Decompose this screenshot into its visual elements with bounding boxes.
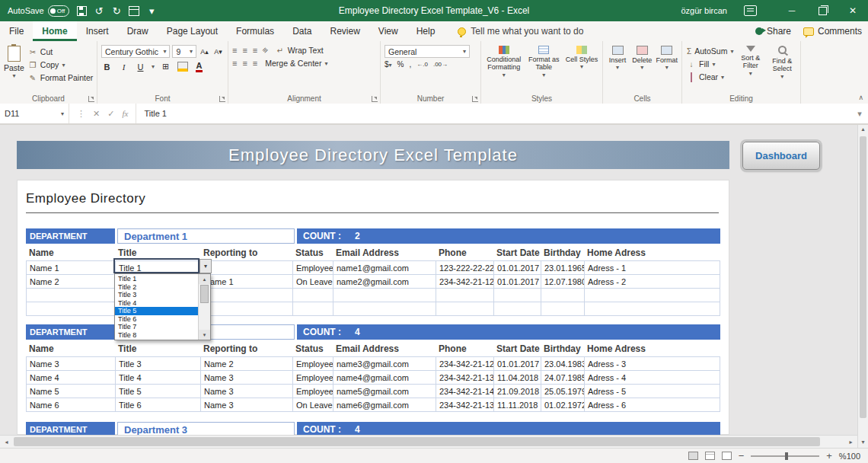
- horizontal-scroll-track[interactable]: [13, 436, 844, 448]
- cell-styles-button[interactable]: Cell Styles▾: [563, 43, 600, 93]
- column-header[interactable]: Email Address: [333, 247, 436, 258]
- cell-birthday[interactable]: 23.04.1983: [541, 357, 585, 371]
- cancel-icon[interactable]: ✕: [93, 109, 100, 119]
- department-count-cell[interactable]: COUNT : 4: [297, 422, 720, 435]
- selected-cell-outline[interactable]: [113, 258, 199, 273]
- cell-phone[interactable]: 234-342-21-13: [436, 371, 494, 385]
- clear-button[interactable]: Clear▾: [685, 72, 735, 82]
- scroll-down-icon[interactable]: ▾: [858, 436, 868, 448]
- cell-home-adress[interactable]: [585, 302, 720, 316]
- dropdown-option[interactable]: Title 4: [115, 299, 198, 308]
- restore-button[interactable]: [807, 0, 838, 21]
- format-painter-button[interactable]: ✎Format Painter: [26, 72, 95, 83]
- dropdown-option[interactable]: Title 2: [115, 283, 198, 292]
- dropdown-option[interactable]: Title 6: [115, 315, 198, 324]
- enter-icon[interactable]: ✓: [107, 109, 114, 119]
- copy-button[interactable]: ❐Copy▾: [26, 59, 95, 70]
- column-header[interactable]: Phone: [436, 247, 493, 258]
- cell-name[interactable]: Name 3: [27, 357, 116, 371]
- cell-title[interactable]: Title 3: [116, 357, 201, 371]
- cell-status[interactable]: [293, 302, 333, 316]
- dropdown-option[interactable]: Title 8: [115, 331, 198, 340]
- align-center-button[interactable]: ≡: [242, 59, 246, 68]
- cell-start-date[interactable]: 01.01.2017: [494, 275, 541, 289]
- alignment-dialog-launcher[interactable]: [372, 96, 378, 102]
- cell-home-adress[interactable]: Adress - 4: [585, 371, 720, 385]
- cell-reporting-to[interactable]: Name 1: [201, 275, 293, 289]
- zoom-slider[interactable]: [751, 455, 819, 457]
- number-dialog-launcher[interactable]: [472, 96, 478, 102]
- autosum-button[interactable]: ΣAutoSum▾: [685, 46, 735, 56]
- wrap-text-button[interactable]: ↵Wrap Text: [273, 45, 326, 56]
- department-count-cell[interactable]: COUNT : 2: [297, 228, 720, 244]
- cell-home-adress[interactable]: Adress - 1: [585, 261, 720, 275]
- increase-decimal-button[interactable]: ←.0: [416, 61, 428, 68]
- department-label-cell[interactable]: DEPARTMENT: [26, 324, 115, 340]
- ribbon-tab[interactable]: Draw: [118, 21, 158, 41]
- align-bottom-button[interactable]: ≡: [253, 46, 257, 55]
- number-format-combo[interactable]: General▾: [385, 45, 470, 58]
- cell-status[interactable]: Employee: [293, 357, 333, 371]
- column-header[interactable]: Name: [26, 343, 115, 354]
- cell-reporting-to[interactable]: [201, 302, 293, 316]
- bold-button[interactable]: B: [101, 60, 113, 73]
- dropdown-option[interactable]: Title 5: [115, 307, 198, 315]
- cell-birthday[interactable]: 12.07.1980: [541, 275, 585, 289]
- column-header[interactable]: Reporting to: [200, 247, 292, 258]
- cell-reporting-to[interactable]: Name 2: [201, 357, 293, 371]
- cell-status[interactable]: Employee: [293, 371, 333, 385]
- cell-phone[interactable]: 123-222-22-22: [436, 261, 494, 275]
- cell-email[interactable]: name5@gmail.com: [333, 385, 436, 398]
- cell-status[interactable]: Employee: [293, 385, 333, 398]
- cell-birthday[interactable]: 24.07.1985: [541, 371, 585, 385]
- cell-birthday[interactable]: 25.05.1979: [541, 385, 585, 398]
- cell-status[interactable]: On Leave: [293, 275, 333, 289]
- cell-email[interactable]: name6@gmail.com: [333, 398, 436, 412]
- find-select-button[interactable]: Find & Select▾: [767, 43, 799, 93]
- cell-title[interactable]: Title 6: [116, 398, 201, 412]
- font-name-combo[interactable]: Century Gothic▾: [101, 45, 170, 58]
- cell-name[interactable]: Name 6: [27, 398, 116, 412]
- cell-status[interactable]: [293, 289, 333, 302]
- cell-reporting-to[interactable]: [201, 289, 293, 302]
- dropdown-scroll-thumb[interactable]: [200, 285, 209, 303]
- underline-button[interactable]: U: [135, 60, 146, 73]
- cell-phone[interactable]: [436, 302, 494, 316]
- dropdown-option[interactable]: Title 1: [115, 275, 198, 283]
- cell-name[interactable]: [27, 289, 116, 302]
- comments-button[interactable]: Comments: [803, 26, 862, 37]
- department-count-cell[interactable]: COUNT : 4: [297, 324, 720, 340]
- cell-home-adress[interactable]: Adress - 3: [585, 357, 720, 371]
- formula-bar-expand-button[interactable]: ▾: [851, 104, 868, 123]
- ribbon-tab[interactable]: File: [0, 21, 33, 41]
- horizontal-scrollbar[interactable]: ◂ ▸: [0, 435, 857, 448]
- cell-start-date[interactable]: 11.11.2018: [494, 398, 541, 412]
- customize-qat-button[interactable]: ▾: [146, 4, 157, 18]
- vertical-scrollbar[interactable]: ▴ ▾: [857, 123, 868, 448]
- align-right-button[interactable]: ≡: [253, 59, 257, 68]
- user-name[interactable]: özgür bircan: [681, 6, 727, 15]
- dropdown-scroll-track[interactable]: [199, 284, 210, 330]
- accounting-format-button[interactable]: $▾: [385, 60, 392, 69]
- cell-reporting-to[interactable]: Name 3: [201, 385, 293, 398]
- borders-button[interactable]: ⊞: [160, 60, 171, 73]
- vertical-scroll-thumb[interactable]: [860, 136, 866, 418]
- column-header[interactable]: Birthday: [541, 343, 584, 354]
- department-label-cell[interactable]: DEPARTMENT: [26, 422, 115, 435]
- insert-cells-button[interactable]: Insert▾: [605, 43, 630, 93]
- column-header[interactable]: Start Date: [493, 343, 541, 354]
- column-header[interactable]: Title: [115, 343, 200, 354]
- dropdown-option[interactable]: Title 7: [115, 323, 198, 331]
- column-header[interactable]: Email Address: [333, 343, 436, 354]
- format-as-table-button[interactable]: Format as Table▾: [525, 43, 564, 93]
- column-header[interactable]: Status: [292, 343, 333, 354]
- cell-phone[interactable]: [436, 289, 494, 302]
- department-name-cell[interactable]: Department 1: [117, 228, 295, 244]
- column-header[interactable]: Home Adress: [584, 343, 720, 354]
- cell-name[interactable]: Name 5: [27, 385, 116, 398]
- ribbon-tab[interactable]: Page Layout: [158, 21, 227, 41]
- cell-phone[interactable]: 234-342-21-12: [436, 357, 494, 371]
- cell-home-adress[interactable]: Adress - 6: [585, 398, 720, 412]
- cell-home-adress[interactable]: Adress - 2: [585, 275, 720, 289]
- scroll-up-icon[interactable]: ▴: [858, 123, 868, 135]
